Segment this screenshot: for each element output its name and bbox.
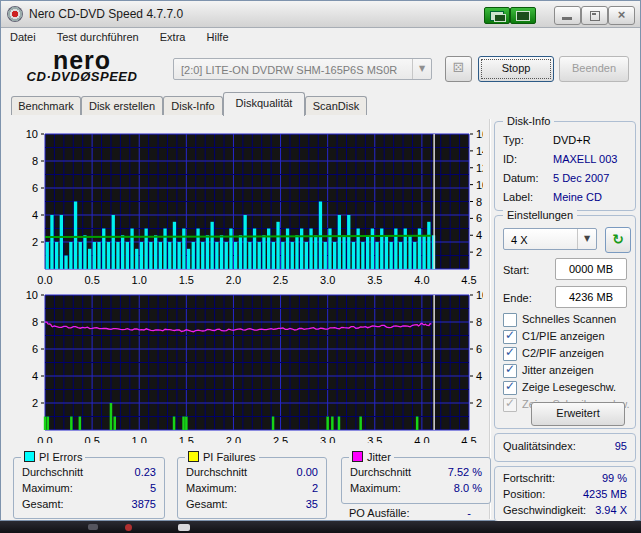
pi-errors-title: PI Errors <box>39 451 82 463</box>
menu-hilfe[interactable]: Hilfe <box>198 28 238 43</box>
svg-text:6: 6 <box>32 182 38 194</box>
po-failures-value: - <box>467 507 471 519</box>
tab-disk-info[interactable]: Disk-Info <box>163 96 223 115</box>
refresh-icon: ↻ <box>612 231 624 247</box>
svg-text:0.0: 0.0 <box>37 435 52 443</box>
pi-errors-swatch <box>24 451 35 462</box>
check-icon: ✓ <box>505 379 515 393</box>
disk-type-label: Typ: <box>503 134 524 146</box>
svg-text:4: 4 <box>476 370 482 382</box>
check-icon: ✓ <box>505 328 515 342</box>
advanced-button[interactable]: Erweitert <box>531 402 625 426</box>
taskbar-icon[interactable] <box>125 524 132 531</box>
svg-text:10: 10 <box>476 289 483 301</box>
jitter-title: Jitter <box>367 451 391 463</box>
window-title: Nero CD-DVD Speed 4.7.7.0 <box>29 7 183 21</box>
svg-text:2: 2 <box>476 397 482 409</box>
check-icon: ✓ <box>505 362 515 376</box>
checkbox-jitter[interactable]: ✓ <box>503 364 517 378</box>
svg-text:2.5: 2.5 <box>273 435 288 443</box>
titlebar: Nero CD-DVD Speed 4.7.7.0 × <box>1 1 640 28</box>
disk-id-label: ID: <box>503 153 517 165</box>
tab-diskqualitaet[interactable]: Diskqualität <box>223 92 305 116</box>
checkbox-schnelles-scannen[interactable]: ✓ <box>503 313 517 327</box>
svg-text:6: 6 <box>476 212 482 224</box>
position-label: Position: <box>503 488 545 500</box>
screenshot-copy-button[interactable] <box>484 7 510 24</box>
svg-text:8: 8 <box>476 196 482 208</box>
minimize-icon <box>562 17 572 20</box>
close-button[interactable]: × <box>608 6 635 25</box>
svg-text:3.0: 3.0 <box>320 435 335 443</box>
quality-index-value: 95 <box>615 440 627 452</box>
svg-text:4.0: 4.0 <box>414 435 429 443</box>
speed-select-value: 4 X <box>511 234 528 246</box>
quality-index-label: Qualitätsindex: <box>503 440 576 452</box>
disk-type-value: DVD+R <box>553 134 591 146</box>
pi-failures-swatch <box>188 451 199 462</box>
checkbox-c2-pif[interactable]: ✓ <box>503 347 517 361</box>
taskbar-icon[interactable] <box>178 524 190 531</box>
speed-label: Geschwindigkeit: <box>503 504 586 516</box>
svg-text:8: 8 <box>476 316 482 328</box>
close-icon: × <box>618 7 626 22</box>
disk-label-value: Meine CD <box>553 191 602 203</box>
checkbox-lesegeschw[interactable]: ✓ <box>503 381 517 395</box>
menubar: Datei Test durchführen Extra Hilfe <box>1 28 640 48</box>
refresh-button[interactable]: ↻ <box>605 227 631 253</box>
disk-id-value: MAXELL 003 <box>553 153 617 165</box>
stop-button[interactable]: Stopp <box>478 56 554 82</box>
speed-value: 3.94 X <box>595 504 627 516</box>
checkbox-c1-pie[interactable]: ✓ <box>503 330 517 344</box>
taskbar[interactable] <box>0 521 641 533</box>
jitter-stats: Jitter Durchschnitt7.52 % Maximum:8.0 % <box>341 457 491 504</box>
pi-errors-chart: 2468102468101214160.00.51.01.52.02.53.03… <box>7 119 483 285</box>
save-icon <box>516 11 530 21</box>
end-label: Ende: <box>503 292 532 304</box>
pi-failures-stats: PI Failures Durchschnitt0.00 Maximum:2 G… <box>177 457 327 519</box>
svg-text:4.5: 4.5 <box>461 435 476 443</box>
random-seek-button[interactable]: ⚄ <box>445 56 472 82</box>
svg-text:4: 4 <box>32 209 38 221</box>
check-icon: ✓ <box>505 345 515 359</box>
quit-button[interactable]: Beenden <box>559 56 629 82</box>
menu-test-durchfuehren[interactable]: Test durchführen <box>48 28 148 43</box>
svg-text:16: 16 <box>476 128 483 140</box>
maximize-button[interactable] <box>581 6 608 25</box>
svg-text:6: 6 <box>32 343 38 355</box>
end-input[interactable]: 4236 MB <box>555 286 627 308</box>
drive-select[interactable]: [2:0] LITE-ON DVDRW SHM-165P6S MS0R ▼ <box>173 58 432 80</box>
nero-logo: nero CD·DVDØSPEED <box>17 49 147 83</box>
quality-index-panel: Qualitätsindex:95 <box>494 433 636 462</box>
taskbar-icon[interactable] <box>88 524 98 530</box>
svg-text:8: 8 <box>32 155 38 167</box>
pi-failures-title: PI Failures <box>203 451 256 463</box>
jitter-swatch <box>352 451 363 462</box>
po-failures-label: PO Ausfälle: <box>349 507 410 519</box>
svg-text:2.0: 2.0 <box>226 435 241 443</box>
disc-icon: Ø <box>80 69 91 84</box>
start-input[interactable]: 0000 MB <box>555 258 627 280</box>
pi-errors-stats: PI Errors Durchschnitt0.23 Maximum:5 Ges… <box>13 457 165 519</box>
svg-text:4: 4 <box>32 370 38 382</box>
tab-scandisk[interactable]: ScanDisk <box>305 96 367 115</box>
app-window: Nero CD-DVD Speed 4.7.7.0 × Datei Test d… <box>0 0 641 521</box>
disk-info-panel: Disk-Info Typ:DVD+R ID:MAXELL 003 Datum:… <box>494 121 636 211</box>
speed-select[interactable]: 4 X ▼ <box>503 228 597 250</box>
progress-panel: Fortschritt:99 % Position:4235 MB Geschw… <box>494 466 636 522</box>
settings-title: Einstellungen <box>503 209 577 221</box>
menu-extra[interactable]: Extra <box>151 28 195 43</box>
progress-value: 99 % <box>602 472 627 484</box>
svg-text:12: 12 <box>476 162 483 174</box>
start-label: Start: <box>503 264 529 276</box>
check-icon: ✓ <box>505 396 515 410</box>
checkbox-schreibgeschw: ✓ <box>503 398 517 412</box>
svg-text:2: 2 <box>32 236 38 248</box>
menu-datei[interactable]: Datei <box>1 28 45 43</box>
svg-text:1.5: 1.5 <box>179 435 194 443</box>
minimize-button[interactable] <box>554 6 581 25</box>
tab-benchmark[interactable]: Benchmark <box>11 96 81 115</box>
maximize-icon <box>590 11 600 21</box>
tab-disk-erstellen[interactable]: Disk erstellen <box>81 96 163 115</box>
screenshot-save-button[interactable] <box>510 7 536 24</box>
